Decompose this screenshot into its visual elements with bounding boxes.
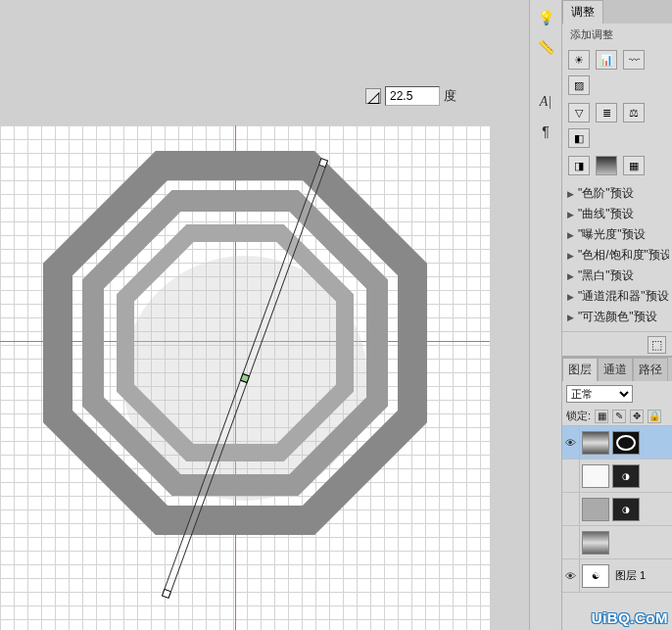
- adjustments-panel-header[interactable]: 调整: [562, 0, 672, 24]
- blend-mode-select[interactable]: 正常: [566, 385, 633, 403]
- lock-transparency-icon[interactable]: ▦: [595, 410, 608, 423]
- visibility-eye-icon[interactable]: [562, 460, 580, 492]
- preset-blackwhite[interactable]: ▶"黑白"预设: [565, 266, 669, 286]
- vibrance-icon[interactable]: ▽: [568, 103, 590, 122]
- tab-channels[interactable]: 通道: [598, 358, 633, 381]
- svg-marker-1: [93, 201, 377, 485]
- layer-mask-thumbnail[interactable]: ◑: [612, 498, 640, 521]
- add-adjustment-label: 添加调整: [562, 24, 672, 46]
- layers-panel: 图层 通道 路径 正常 锁定: ▦ ✎ ✥ 🔒 👁: [562, 357, 672, 593]
- exposure-icon[interactable]: ▨: [568, 75, 590, 95]
- gradient-map-icon[interactable]: [596, 156, 617, 175]
- tab-layers[interactable]: 图层: [562, 358, 598, 381]
- tab-paths[interactable]: 路径: [633, 358, 668, 381]
- transform-angle-input-group: ◿ 度: [365, 86, 456, 106]
- layer-thumbnail[interactable]: [582, 464, 609, 488]
- color-balance-icon[interactable]: ⚖: [623, 103, 645, 122]
- adjustments-tab[interactable]: 调整: [562, 0, 603, 24]
- curves-icon[interactable]: 〰: [623, 50, 645, 70]
- preset-curves[interactable]: ▶"曲线"预设: [565, 204, 669, 224]
- measure-icon[interactable]: 📏: [534, 35, 557, 59]
- preset-label: "通道混和器"预设: [578, 288, 669, 305]
- layer-thumbnail[interactable]: [582, 431, 609, 455]
- black-white-icon[interactable]: ◧: [568, 128, 590, 148]
- disclosure-triangle-icon: ▶: [567, 230, 574, 240]
- preset-label: "色相/饱和度"预设: [578, 247, 669, 264]
- preset-exposure[interactable]: ▶"曝光度"预设: [565, 224, 669, 245]
- watermark: UiBQ.CoM: [592, 609, 668, 626]
- layer-row[interactable]: 👁: [562, 426, 672, 460]
- layer-mask-thumbnail[interactable]: ◑: [612, 464, 640, 488]
- disclosure-triangle-icon: ▶: [567, 189, 574, 199]
- lock-position-icon[interactable]: ✥: [630, 410, 644, 423]
- lock-pixels-icon[interactable]: ✎: [612, 410, 626, 423]
- disclosure-triangle-icon: ▶: [567, 271, 574, 281]
- disclosure-triangle-icon: ▶: [567, 313, 574, 322]
- layer-thumbnail[interactable]: [582, 531, 609, 555]
- brightness-contrast-icon[interactable]: ☀: [568, 50, 590, 70]
- layer-row[interactable]: ◑: [562, 460, 672, 493]
- adjustment-icon-row-3: ◨ ▦: [562, 152, 672, 179]
- preset-label: "黑白"预设: [578, 267, 634, 284]
- disclosure-triangle-icon: ▶: [567, 251, 574, 261]
- preset-levels[interactable]: ▶"色阶"预设: [565, 183, 669, 204]
- disclosure-triangle-icon: ▶: [567, 292, 574, 302]
- layer-row[interactable]: ◑: [562, 493, 672, 526]
- visibility-eye-icon[interactable]: 👁: [562, 426, 580, 459]
- preset-huesat[interactable]: ▶"色相/饱和度"预设: [565, 245, 669, 266]
- selective-color-icon[interactable]: ▦: [623, 156, 645, 175]
- lock-all-icon[interactable]: 🔒: [648, 410, 661, 423]
- clip-icon[interactable]: ⬚: [648, 336, 666, 354]
- layer-list: 👁 ◑ ◑: [562, 426, 672, 593]
- layer-mask-thumbnail[interactable]: [612, 431, 640, 455]
- layer-row[interactable]: [562, 526, 672, 559]
- blend-mode-row: 正常: [562, 381, 672, 407]
- canvas-area: ◿ 度: [0, 0, 529, 630]
- adjustments-panel-footer: ⬚: [562, 331, 672, 356]
- disclosure-triangle-icon: ▶: [567, 210, 574, 219]
- visibility-eye-icon[interactable]: [562, 526, 580, 558]
- lock-row: 锁定: ▦ ✎ ✥ 🔒: [562, 407, 672, 426]
- collapsed-panel-dock: 💡 📏 A| ¶: [529, 0, 562, 630]
- panels-column: 调整 添加调整 ☀ 📊 〰 ▨ ▽ ≣ ⚖ ◧ ◨ ▦ ▶"色阶"预设 ▶"曲线…: [562, 0, 672, 630]
- layer-name-label[interactable]: 图层 1: [611, 568, 649, 583]
- document-canvas[interactable]: [0, 125, 490, 630]
- adjustment-icon-row-2: ▽ ≣ ⚖ ◧: [562, 99, 672, 152]
- bulb-icon[interactable]: 💡: [534, 6, 557, 29]
- character-panel-icon[interactable]: A|: [534, 90, 557, 114]
- paragraph-panel-icon[interactable]: ¶: [534, 120, 557, 143]
- preset-label: "曲线"预设: [578, 206, 634, 222]
- lock-label: 锁定:: [566, 409, 591, 423]
- adjustments-panel: 调整 添加调整 ☀ 📊 〰 ▨ ▽ ≣ ⚖ ◧ ◨ ▦ ▶"色阶"预设 ▶"曲线…: [562, 0, 672, 357]
- layer-row[interactable]: 👁 ☯ 图层 1: [562, 559, 672, 593]
- preset-label: "可选颜色"预设: [578, 309, 657, 325]
- layers-panel-tabs: 图层 通道 路径: [562, 357, 672, 381]
- angle-icon: ◿: [365, 88, 381, 104]
- visibility-eye-icon[interactable]: 👁: [562, 559, 580, 592]
- preset-label: "色阶"预设: [578, 185, 634, 202]
- preset-selectivecolor[interactable]: ▶"可选颜色"预设: [565, 307, 669, 327]
- layer-thumbnail[interactable]: ☯: [582, 564, 609, 588]
- layer-thumbnail[interactable]: [582, 498, 609, 521]
- adjustment-presets-list: ▶"色阶"预设 ▶"曲线"预设 ▶"曝光度"预设 ▶"色相/饱和度"预设 ▶"黑…: [562, 179, 672, 331]
- adjustment-icon-row-1: ☀ 📊 〰 ▨: [562, 46, 672, 99]
- preset-label: "曝光度"预设: [578, 226, 646, 243]
- channel-mixer-icon[interactable]: ◨: [568, 156, 590, 175]
- preset-channelmixer[interactable]: ▶"通道混和器"预设: [565, 286, 669, 307]
- svg-marker-0: [58, 166, 412, 520]
- angle-unit-label: 度: [444, 87, 456, 105]
- svg-marker-2: [125, 233, 345, 453]
- hue-saturation-icon[interactable]: ≣: [596, 103, 617, 122]
- angle-field[interactable]: [385, 86, 440, 106]
- visibility-eye-icon[interactable]: [562, 493, 580, 525]
- levels-icon[interactable]: 📊: [596, 50, 617, 70]
